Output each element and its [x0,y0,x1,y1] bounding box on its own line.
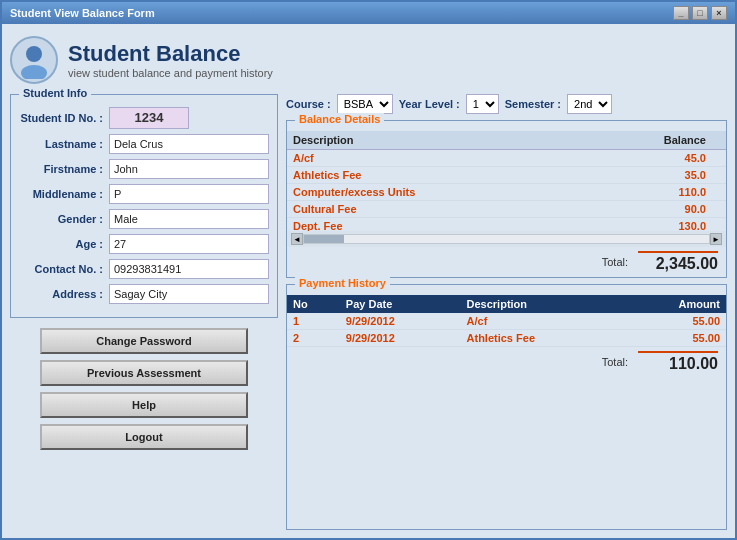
balance-table-row: Cultural Fee90.0 [287,201,726,218]
student-info-box: Student Info Student ID No. : 1234 Lastn… [10,94,278,318]
payment-table-row: 19/29/2012A/cf55.00 [287,313,726,330]
page-title: Student Balance [68,41,273,67]
balance-col-balance: Balance [578,131,726,150]
pay-col-amount: Amount [620,295,726,313]
pay-amount: 55.00 [620,313,726,330]
pay-amount: 55.00 [620,330,726,347]
window-title: Student View Balance Form [10,7,155,19]
main-window: Student View Balance Form _ □ × Student … [0,0,737,540]
help-button[interactable]: Help [40,392,248,418]
semester-select[interactable]: 2nd [567,94,612,114]
balance-table: Description Balance A/cf45.0Athletics Fe… [287,131,726,231]
address-field[interactable] [109,284,269,304]
lastname-label: Lastname : [19,138,109,150]
year-label: Year Level : [399,98,460,110]
payment-table-row: 29/29/2012Athletics Fee55.00 [287,330,726,347]
middlename-row: Middlename : [19,184,269,204]
logout-button[interactable]: Logout [40,424,248,450]
student-id-value: 1234 [109,107,189,129]
semester-label: Semester : [505,98,561,110]
hscrollbar[interactable]: ◄ ► [287,231,726,247]
middlename-field[interactable] [109,184,269,204]
course-label: Course : [286,98,331,110]
page-header: Student Balance view student balance and… [10,32,727,88]
balance-total-value: 2,345.00 [638,251,718,273]
balance-desc: Athletics Fee [287,167,578,184]
pay-desc: Athletics Fee [461,330,620,347]
svg-point-1 [21,65,47,79]
avatar [10,36,58,84]
age-field[interactable] [109,234,269,254]
left-panel: Student Info Student ID No. : 1234 Lastn… [10,94,278,530]
payment-total-label: Total: [602,356,628,368]
pay-col-no: No [287,295,340,313]
pay-no: 1 [287,313,340,330]
course-row: Course : BSBA Year Level : 1 Semester : … [286,94,727,114]
pay-desc: A/cf [461,313,620,330]
contact-field[interactable] [109,259,269,279]
course-select[interactable]: BSBA [337,94,393,114]
balance-total-row: Total: 2,345.00 [287,247,726,277]
pay-no: 2 [287,330,340,347]
address-row: Address : [19,284,269,304]
header-text: Student Balance view student balance and… [68,41,273,79]
payment-total-value: 110.00 [638,351,718,373]
buttons-area: Change Password Previous Assessment Help… [10,324,278,454]
change-password-button[interactable]: Change Password [40,328,248,354]
balance-desc: A/cf [287,150,578,167]
age-row: Age : [19,234,269,254]
student-info-label: Student Info [19,87,91,99]
contact-label: Contact No. : [19,263,109,275]
age-label: Age : [19,238,109,250]
balance-total-label: Total: [602,256,628,268]
hscroll-track[interactable] [303,234,710,244]
payment-history-label: Payment History [295,277,390,289]
balance-scroll[interactable]: Description Balance A/cf45.0Athletics Fe… [287,131,726,231]
firstname-row: Firstname : [19,159,269,179]
minimize-button[interactable]: _ [673,6,689,20]
gender-field[interactable] [109,209,269,229]
middlename-label: Middlename : [19,188,109,200]
firstname-label: Firstname : [19,163,109,175]
balance-amount: 130.0 [578,218,726,232]
address-label: Address : [19,288,109,300]
balance-table-row: A/cf45.0 [287,150,726,167]
pay-col-desc: Description [461,295,620,313]
main-area: Student Info Student ID No. : 1234 Lastn… [10,94,727,530]
maximize-button[interactable]: □ [692,6,708,20]
title-bar: Student View Balance Form _ □ × [2,2,735,24]
page-subtitle: view student balance and payment history [68,67,273,79]
balance-details-label: Balance Details [295,113,384,125]
gender-label: Gender : [19,213,109,225]
balance-col-description: Description [287,131,578,150]
pay-col-date: Pay Date [340,295,461,313]
student-id-label: Student ID No. : [19,112,109,124]
payment-box: Payment History No Pay Date Description … [286,284,727,530]
balance-desc: Dept. Fee [287,218,578,232]
payment-total-row: Total: 110.00 [287,347,726,377]
payment-scroll[interactable]: No Pay Date Description Amount 19/29/201… [287,295,726,347]
year-select[interactable]: 1 [466,94,499,114]
balance-box: Balance Details Description Balance A/cf… [286,120,727,278]
balance-table-row: Dept. Fee130.0 [287,218,726,232]
hscroll-thumb[interactable] [304,235,344,243]
balance-desc: Computer/excess Units [287,184,578,201]
balance-amount: 90.0 [578,201,726,218]
balance-amount: 110.0 [578,184,726,201]
student-id-row: Student ID No. : 1234 [19,107,269,129]
contact-row: Contact No. : [19,259,269,279]
previous-assessment-button[interactable]: Previous Assessment [40,360,248,386]
content-area: Student Balance view student balance and… [2,24,735,538]
gender-row: Gender : [19,209,269,229]
lastname-field[interactable] [109,134,269,154]
pay-date: 9/29/2012 [340,313,461,330]
balance-table-row: Computer/excess Units110.0 [287,184,726,201]
scroll-right-btn[interactable]: ► [710,233,722,245]
title-bar-controls: _ □ × [673,6,727,20]
firstname-field[interactable] [109,159,269,179]
close-button[interactable]: × [711,6,727,20]
svg-point-0 [26,46,42,62]
pay-date: 9/29/2012 [340,330,461,347]
scroll-left-btn[interactable]: ◄ [291,233,303,245]
payment-table: No Pay Date Description Amount 19/29/201… [287,295,726,347]
